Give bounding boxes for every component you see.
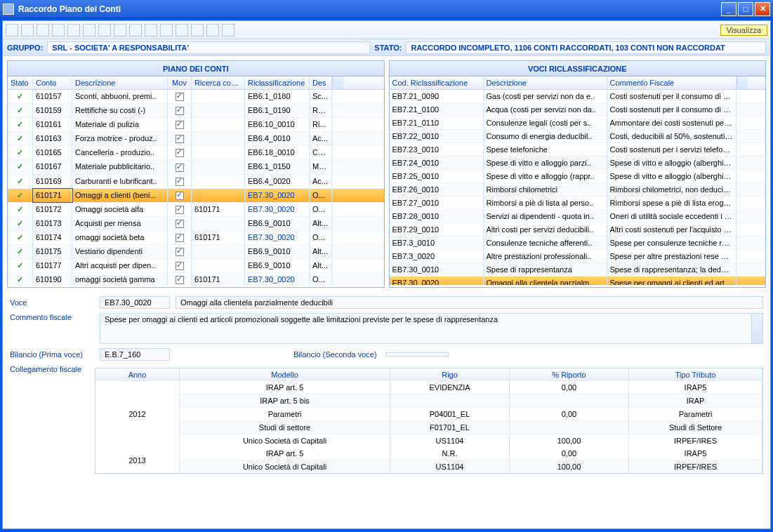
table-row[interactable]: Unico Società di CapitaliUS1104100,00IRP… [180,434,762,447]
table-row[interactable]: EB7.24_0010Spese di vitto e alloggio par… [390,157,766,170]
binoculars-icon[interactable] [6,24,18,36]
table-row[interactable]: EB7.21_0110Consulenze legali (costi per … [390,117,766,130]
grid2-icon[interactable] [83,24,95,36]
table-row[interactable]: ✓610165Cancelleria - produzio..EB6.18_00… [8,146,384,160]
table-row[interactable]: IRAP art. 5EVIDENZIA0,00IRAP5 [180,381,762,394]
stato-field: RACCORDO INCOMPLETO, 1106 CONTI RACCORDA… [406,41,766,54]
left-panel: PIANO DEI CONTI Stato Conto Descrizione … [7,60,385,288]
collegamento-table: Anno Modello Rigo % Riporto Tipo Tributo… [95,368,763,474]
table-row[interactable]: ✓610190omaggi società gamma610171EB7.30_… [8,273,384,285]
table-row[interactable]: Unico Società di CapitaliUS1104100,00IRP… [180,460,762,473]
save-icon[interactable] [37,24,49,36]
table-row[interactable]: EB7.21_0090Gas (costi per servizi non da… [390,90,766,103]
grid-icon[interactable] [67,24,80,36]
gruppo-field: SRL - SOCIETA' A RESPONSABILITA' [47,41,370,54]
undo-icon[interactable] [52,24,65,36]
table-row[interactable]: ✓610167Materiale pubblicitario..EB6.1_01… [8,160,384,174]
table-row[interactable]: EB7.25_0010Spese di vitto e alloggio (ra… [390,170,766,183]
table-row[interactable]: EB7.21_0100Acqua (costi per servizi non … [390,103,766,117]
check-icon[interactable] [129,24,142,36]
user-icon[interactable] [191,24,204,36]
left-panel-title: PIANO DEI CONTI [8,61,384,77]
table-row[interactable]: ParametriP04001_EL0,00Parametri [180,407,762,420]
stato-label: STATO: [374,44,402,52]
table-row[interactable]: EB7.29_0010Altri costi per servizi deduc… [390,223,766,237]
table-row[interactable]: ✓610159Rettifiche su costi (-)EB6.1_0190… [8,104,384,118]
window-title: Raccordo Piano dei Conti [18,4,721,14]
block-icon[interactable] [145,24,157,36]
bilancio2-field[interactable] [385,352,449,357]
table-row[interactable]: ✓610163Forza motrice - produz..EB6.4_001… [8,132,384,146]
anno-cell: 2012 [95,381,180,447]
commento-field: Spese per omaggi ai clienti ed articoli … [100,313,763,344]
titlebar: Raccordo Piano dei Conti _ □ ✕ [0,0,773,18]
visualizza-badge[interactable]: Visualizza [720,25,767,36]
scrollbar[interactable] [751,314,762,343]
table-row[interactable]: EB7.3_0010Consulenze tecniche afferenti.… [390,237,766,250]
table-row[interactable]: ✓610175Vestiario dipendentiEB6.9_0010Alt… [8,245,384,259]
filter2-icon[interactable] [176,24,188,36]
right-panel-title: VOCI RICLASSIFICAZIONE [390,61,766,77]
left-grid-header: Stato Conto Descrizione Mov Ricerca cont… [8,77,384,90]
voce-code-field: EB7.30_0020 [100,296,170,309]
export-icon[interactable] [206,24,219,36]
app-icon [3,4,14,15]
anno-cell: 2013 [95,447,180,473]
filter-icon[interactable] [160,24,173,36]
flag-icon[interactable] [114,24,126,36]
commento-label: Commento fiscale [10,313,94,321]
left-grid-body[interactable]: ✓610157Sconti, abbuoni, premi..EB6.1_018… [8,90,384,285]
close-button[interactable]: ✕ [755,2,770,16]
table-row[interactable]: ✓610157Sconti, abbuoni, premi..EB6.1_018… [8,90,384,104]
table-row[interactable]: ✓610177Altri acquisti per dipen..EB6.9_0… [8,259,384,273]
statusbar: GRUPPO: SRL - SOCIETA' A RESPONSABILITA'… [3,39,770,56]
bilancio1-label: Bilancio (Prima voce) [10,350,94,359]
star-icon[interactable] [98,24,111,36]
table-row[interactable]: Studi di settoreF01701_ELStudi di Settor… [180,420,762,434]
table-row[interactable]: IRAP art. 5 bisIRAP [180,394,762,407]
gruppo-label: GRUPPO: [7,44,43,52]
table-row[interactable]: EB7.28_0010Servizi ai dipendenti - quota… [390,210,766,223]
table-row[interactable]: ✓610174omaggi società beta610171EB7.30_0… [8,231,384,245]
voce-desc-field: Omaggi alla clientela parzialmente deduc… [176,296,763,309]
edit-icon[interactable] [21,24,34,36]
detail-section: Voce EB7.30_0020 Omaggi alla clientela p… [3,292,770,482]
toolbar: Visualizza [3,21,770,39]
table-row[interactable]: EB7.30_0010Spese di rappresentanzaSpese … [390,263,766,277]
table-row[interactable]: EB7.26_0010Rimborsi chilometriciRimborsi… [390,183,766,197]
table-row[interactable]: ✓610173Acquisti per mensaEB6.9_0010Alt..… [8,217,384,231]
right-panel: VOCI RICLASSIFICAZIONE Cod. Riclassifica… [389,60,767,288]
table-row[interactable]: EB7.27_0010Rimborsi a piè di lista al pe… [390,197,766,210]
right-grid-header: Cod. Riclassificazione Descrizione Comme… [390,77,766,90]
table-row[interactable]: ✓610161Materiale di puliziaEB6.10_0010Ri… [8,118,384,132]
right-grid-body[interactable]: EB7.21_0090Gas (costi per servizi non da… [390,90,766,285]
table-row[interactable]: IRAP art. 5N.R.0,00IRAP5 [180,447,762,460]
bilancio1-field: E.B.7_160 [100,348,170,361]
maximize-button[interactable]: □ [738,2,753,16]
collegamento-label: Collegamento fiscale [10,365,89,373]
bilancio2-label: Bilancio (Seconda voce) [293,350,377,359]
table-row[interactable]: ✓610169Carburanti e lubrificant..EB6.4_0… [8,175,384,189]
table-row[interactable]: EB7.3_0020Altre prestazioni professional… [390,250,766,263]
table-row[interactable]: EB7.22_0010Consumo di energia deducibil.… [390,130,766,143]
table-row[interactable]: EB7.30_0020Omaggi alla clientela parzial… [390,277,766,285]
table-row[interactable]: EB7.23_0010Spese telefonicheCosti sosten… [390,143,766,157]
minimize-button[interactable]: _ [721,2,736,16]
voce-label: Voce [10,298,94,307]
table-row[interactable]: ✓610171Omaggi a clienti (beni...EB7.30_0… [8,189,384,203]
table-row[interactable]: ✓610172Omaggi società alfa610171EB7.30_0… [8,203,384,217]
exit-icon[interactable] [222,24,234,36]
